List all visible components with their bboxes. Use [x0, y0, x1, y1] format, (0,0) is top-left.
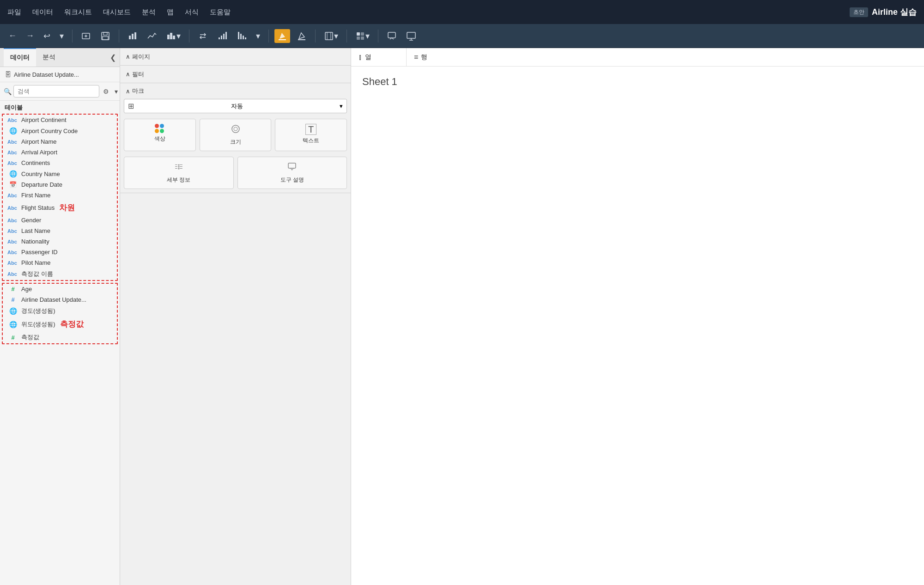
- row-label: 행: [421, 53, 427, 61]
- menu-worksheet[interactable]: 워크시트: [64, 8, 92, 17]
- list-item[interactable]: Abc Airport Continent: [3, 115, 117, 125]
- swap-button[interactable]: [195, 29, 211, 43]
- tab-data[interactable]: 데이터: [4, 48, 36, 67]
- list-item[interactable]: Abc Flight Status 차원: [3, 201, 117, 215]
- list-item[interactable]: # 측정값: [3, 331, 117, 343]
- menu-map[interactable]: 맵: [167, 8, 174, 17]
- label-button[interactable]: [294, 29, 310, 43]
- svg-rect-29: [388, 32, 395, 38]
- svg-rect-11: [173, 36, 175, 39]
- menu-dashboard[interactable]: 대시보드: [103, 8, 131, 17]
- filter-button[interactable]: ⚙: [101, 86, 111, 97]
- marks-tooltip-btn[interactable]: 도구 설명: [237, 157, 347, 189]
- type-icon-hash: #: [7, 286, 18, 292]
- undo-button[interactable]: ↩: [41, 29, 53, 43]
- marks-color-btn[interactable]: 색상: [124, 119, 196, 151]
- svg-rect-13: [221, 36, 222, 39]
- list-item[interactable]: 📅 Departure Date: [3, 179, 117, 190]
- menu-data[interactable]: 데이터: [32, 8, 53, 17]
- list-item[interactable]: # Age: [3, 284, 117, 294]
- list-item[interactable]: Abc 측정값 이름: [3, 268, 117, 280]
- save-button[interactable]: [97, 29, 113, 43]
- marks-table-icon: ⊞: [128, 102, 134, 110]
- table-section-label: 테이블: [0, 101, 120, 114]
- menu-format[interactable]: 서식: [185, 8, 199, 17]
- svg-rect-30: [407, 32, 415, 38]
- list-item[interactable]: 🌐 경도(생성됨): [3, 305, 117, 317]
- svg-rect-4: [103, 32, 107, 35]
- separator-4: [268, 30, 269, 43]
- list-item[interactable]: Abc Nationality: [3, 236, 117, 247]
- undo-dropdown-button[interactable]: ▾: [57, 29, 67, 43]
- dataset-name[interactable]: Airline Dataset Update...: [14, 71, 79, 78]
- main-layout: 데이터 분석 ❮ 🗄 Airline Dataset Update... 🔍 ⚙…: [0, 48, 924, 585]
- marks-detail-btn[interactable]: 세부 정보: [124, 157, 234, 189]
- list-item[interactable]: Abc Airport Name: [3, 136, 117, 147]
- list-item[interactable]: 🌐 Country Name: [3, 168, 117, 179]
- list-item[interactable]: Abc Pilot Name: [3, 257, 117, 268]
- tab-analysis[interactable]: 분석: [36, 49, 62, 66]
- menu-file[interactable]: 파일: [7, 8, 21, 17]
- add-datasource-button[interactable]: [78, 29, 94, 43]
- canvas-area[interactable]: [351, 97, 924, 585]
- svg-rect-16: [238, 32, 239, 39]
- svg-rect-12: [219, 37, 220, 39]
- marks-size-btn[interactable]: 크기: [200, 119, 272, 151]
- highlight-button[interactable]: [274, 29, 290, 43]
- sort-button[interactable]: ▾: [113, 86, 120, 97]
- marks-buttons-2: 세부 정보 도구 설명: [120, 155, 351, 193]
- marks-type-select[interactable]: ⊞ 자동 ▾: [124, 99, 347, 113]
- filters-content[interactable]: [162, 73, 351, 76]
- svg-rect-28: [361, 37, 364, 40]
- svg-rect-41: [180, 165, 182, 165]
- marks-text-btn[interactable]: T 텍스트: [275, 119, 347, 151]
- list-item[interactable]: Abc Gender: [3, 215, 117, 225]
- search-input[interactable]: [13, 85, 99, 98]
- list-item[interactable]: # Airline Dataset Update...: [3, 294, 117, 305]
- field-label: 경도(생성됨): [21, 307, 55, 315]
- field-label: Pilot Name: [21, 259, 51, 266]
- row-header[interactable]: ≡ 행: [407, 48, 435, 66]
- comment-button[interactable]: [384, 29, 400, 43]
- svg-rect-19: [245, 37, 246, 39]
- sort-asc-button[interactable]: [214, 29, 230, 43]
- filters-text: 필터: [132, 70, 144, 79]
- list-item[interactable]: Abc Passenger ID: [3, 247, 117, 257]
- svg-point-34: [234, 127, 237, 131]
- list-item[interactable]: Abc First Name: [3, 190, 117, 201]
- marks-header: ∧ 마크: [120, 83, 351, 99]
- menu-analysis[interactable]: 분석: [142, 8, 156, 17]
- list-item[interactable]: Abc Last Name: [3, 225, 117, 236]
- list-item[interactable]: 🌐 Airport Country Code: [3, 125, 117, 136]
- col-header[interactable]: ⫿ 열: [351, 48, 407, 66]
- svg-rect-10: [170, 33, 172, 39]
- line-chart-button[interactable]: [144, 29, 160, 43]
- present-button[interactable]: [403, 29, 419, 43]
- list-item[interactable]: Abc Arrival Airport: [3, 147, 117, 158]
- fit-button[interactable]: ▾: [321, 29, 341, 43]
- sort-desc-button[interactable]: [234, 29, 249, 43]
- back-button[interactable]: ←: [6, 29, 19, 43]
- sort-dropdown-button[interactable]: ▾: [253, 29, 263, 43]
- forward-button[interactable]: →: [23, 29, 37, 43]
- svg-point-37: [178, 168, 179, 170]
- row-icon: ≡: [414, 53, 418, 61]
- svg-rect-38: [175, 165, 177, 165]
- svg-rect-39: [175, 166, 177, 167]
- separator-7: [378, 30, 378, 43]
- field-label: 측정값: [21, 333, 39, 341]
- marks-dropdown: ⊞ 자동 ▾: [124, 99, 347, 113]
- list-item[interactable]: 🌐 위도(생성됨) 측정값: [3, 317, 117, 331]
- menu-help[interactable]: 도움말: [210, 8, 231, 17]
- pages-content[interactable]: [162, 55, 351, 59]
- bar-chart-button[interactable]: [125, 29, 140, 43]
- field-label: Passenger ID: [21, 249, 58, 256]
- chart-type-button[interactable]: ▾: [353, 29, 372, 43]
- list-item[interactable]: Abc Continents: [3, 158, 117, 168]
- marks-type-value: 자동: [231, 102, 243, 110]
- chart-dropdown-button[interactable]: ▾: [164, 29, 183, 43]
- type-icon-abc: Abc: [7, 250, 18, 255]
- collapse-icon[interactable]: ❮: [110, 53, 116, 62]
- field-label: Flight Status: [21, 204, 55, 211]
- col-icon: ⫿: [359, 53, 362, 61]
